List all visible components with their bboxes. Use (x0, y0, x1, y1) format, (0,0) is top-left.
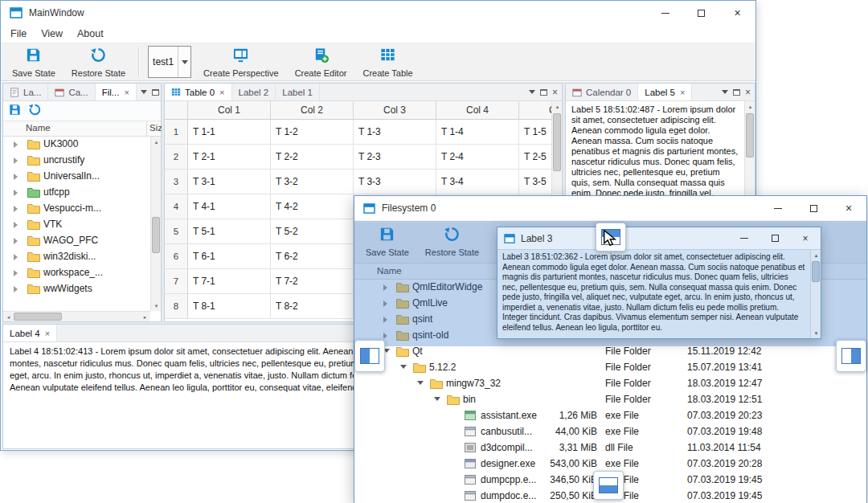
table-cell[interactable]: T 4-1 (188, 194, 271, 219)
tree-item[interactable]: UK3000 (3, 137, 150, 153)
table-cell[interactable]: T 3-3 (354, 170, 436, 194)
tab-label4[interactable]: Label 4 × (3, 325, 57, 341)
row-header[interactable]: 2 (165, 145, 188, 170)
table-cell[interactable]: T 1-2 (271, 120, 354, 145)
table-cell[interactable]: T 7-1 (188, 269, 271, 294)
row-header[interactable]: 4 (165, 194, 188, 219)
table-cell[interactable]: T 5-1 (188, 219, 271, 244)
table-cell[interactable]: T 2-3 (354, 145, 436, 170)
restore-icon[interactable] (28, 103, 42, 120)
filesystem-titlebar[interactable]: Filesystem 0 × (354, 196, 866, 220)
chevron-right-icon[interactable] (14, 238, 18, 244)
table-cell[interactable]: T 1-4 (436, 120, 519, 145)
tree-item[interactable]: WAGO_PFC (3, 233, 150, 249)
vertical-scrollbar[interactable]: ▴ ▾ (810, 250, 821, 338)
scrollbar-handle[interactable] (812, 261, 820, 282)
chevron-right-icon[interactable] (14, 254, 18, 260)
tree-item[interactable]: VTK (3, 217, 150, 233)
tab-label5[interactable]: Label 5 × (638, 84, 692, 100)
maximize-button[interactable] (796, 196, 831, 220)
tab-close-icon[interactable]: × (219, 88, 224, 97)
close-dock-icon[interactable]: × (745, 87, 751, 98)
table-cell[interactable]: T 1-5 (519, 120, 551, 145)
table-cell[interactable]: T 7-2 (271, 269, 354, 294)
tree-item[interactable]: QtFile Folder15.11.2019 12:42 (354, 344, 866, 360)
column-header[interactable]: Col 4 (436, 101, 519, 120)
table-cell[interactable]: T 2-4 (436, 145, 519, 170)
row-header[interactable]: 1 (165, 120, 188, 145)
tree-item[interactable]: canbusutil...44,00 KiBexe File07.03.2019… (354, 424, 866, 440)
chevron-right-icon[interactable] (14, 206, 18, 212)
dock-indicator-bottom[interactable] (593, 471, 624, 500)
scrollbar-handle[interactable] (152, 217, 160, 253)
tree-item[interactable]: assistant.exe1,26 MiBexe File07.03.2019 … (354, 408, 866, 424)
table-cell[interactable]: T 2-1 (188, 145, 271, 170)
chevron-right-icon[interactable] (14, 222, 18, 228)
chevron-down-icon[interactable] (417, 381, 424, 385)
tabs-menu-icon[interactable] (722, 90, 728, 94)
tree-item[interactable]: wwWidgets (3, 281, 150, 297)
column-size[interactable]: Size (146, 121, 162, 136)
close-dock-icon[interactable]: × (552, 87, 558, 98)
maximize-button[interactable] (760, 227, 790, 249)
tree-item[interactable]: win32diski... (3, 249, 150, 265)
scrollbar-handle[interactable] (14, 313, 62, 321)
create-perspective-button[interactable]: Create Perspective (196, 45, 286, 80)
float-dock-icon[interactable] (152, 89, 159, 96)
tab-filesystem1[interactable]: Fil... × (96, 84, 137, 100)
chevron-right-icon[interactable] (14, 141, 18, 148)
menu-view[interactable]: View (34, 25, 70, 43)
column-name[interactable]: Name (26, 123, 51, 133)
save-icon[interactable] (8, 103, 22, 120)
create-table-button[interactable]: Create Table (355, 45, 420, 80)
scroll-up-icon[interactable]: ▴ (811, 250, 821, 260)
main-titlebar[interactable]: MainWindow × (1, 1, 755, 25)
chevron-right-icon[interactable] (14, 174, 18, 180)
tree-item[interactable]: binFile Folder18.03.2019 12:51 (354, 392, 866, 408)
column-header[interactable]: Col 2 (271, 101, 354, 120)
scrollbar-handle[interactable] (746, 113, 754, 157)
tree-item[interactable]: d3dcompil...3,31 MiBdll File11.03.2014 1… (354, 440, 866, 456)
tab-label0[interactable]: La... (3, 84, 48, 100)
table-cell[interactable]: T 8-1 (188, 294, 271, 319)
row-header[interactable]: 3 (165, 170, 188, 194)
chevron-down-icon[interactable] (400, 365, 407, 369)
tabs-menu-icon[interactable] (529, 90, 535, 94)
scroll-up-icon[interactable]: ▴ (745, 101, 755, 112)
table-cell[interactable]: T 6-1 (188, 244, 271, 269)
table-cell[interactable]: T 3-2 (271, 170, 354, 194)
tree-item[interactable]: UniversalIn... (3, 169, 150, 185)
menu-about[interactable]: About (70, 25, 111, 43)
menu-file[interactable]: File (3, 25, 34, 43)
tree-item[interactable]: mingw73_32File Folder18.03.2019 12:47 (354, 376, 866, 392)
chevron-down-icon[interactable] (434, 397, 440, 401)
minimize-button[interactable] (647, 1, 683, 25)
table-cell[interactable]: T 6-2 (271, 244, 354, 269)
dock-indicator-left[interactable] (354, 340, 385, 372)
tab-label2[interactable]: Label 2 (232, 84, 276, 100)
label3-titlebar[interactable]: Label 3 × (497, 227, 821, 250)
table-cell[interactable]: T 3-1 (188, 170, 271, 194)
tab-calendar0[interactable]: Calendar 0 (566, 84, 638, 100)
row-header[interactable]: 6 (165, 244, 188, 269)
tab-close-icon[interactable]: × (124, 88, 129, 97)
table-cell[interactable]: T 3-4 (436, 170, 519, 194)
chevron-right-icon[interactable] (14, 157, 18, 164)
chevron-right-icon[interactable] (14, 270, 18, 276)
chevron-right-icon[interactable] (14, 286, 18, 292)
save-state-button[interactable]: Save State (5, 45, 63, 80)
table-cell[interactable]: T 2-5 (519, 145, 551, 170)
scrollbar-handle[interactable] (553, 113, 561, 171)
tree-item[interactable]: utfcpp (3, 185, 150, 201)
row-header[interactable]: 8 (165, 294, 188, 319)
float-dock-icon[interactable] (733, 89, 740, 96)
tree-item[interactable]: designer.exe543,00 KiBexe File07.03.2019… (354, 456, 866, 472)
scroll-up-icon[interactable]: ▴ (552, 101, 563, 112)
column-header[interactable]: Col 1 (188, 101, 271, 120)
table-cell[interactable]: T 8-2 (271, 294, 354, 319)
table-cell[interactable]: T 2-2 (271, 145, 354, 170)
perspective-combo[interactable]: test1 (148, 46, 191, 78)
horizontal-scrollbar[interactable]: ◂ ▸ (3, 311, 150, 321)
table-cell[interactable]: T 3-5 (519, 170, 551, 194)
scroll-up-icon[interactable]: ▴ (151, 137, 162, 147)
